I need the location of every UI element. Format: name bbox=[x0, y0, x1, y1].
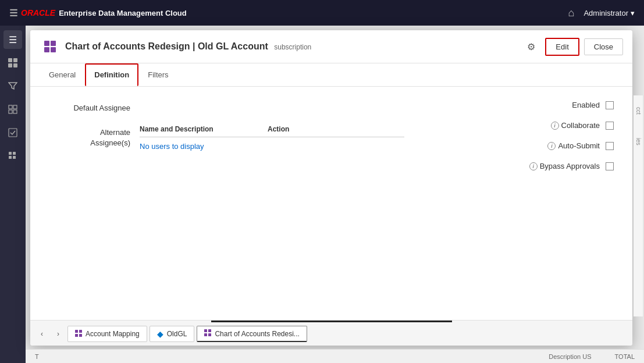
modal-dialog: Chart of Accounts Redesign | Old GL Acco… bbox=[30, 30, 632, 346]
grid-cell-3 bbox=[44, 47, 49, 52]
modal-header: Chart of Accounts Redesign | Old GL Acco… bbox=[30, 30, 632, 63]
description-us-label: Description US bbox=[549, 353, 591, 360]
bypass-approvals-checkbox[interactable] bbox=[606, 162, 614, 170]
top-nav: ☰ ORACLE Enterprise Data Management Clou… bbox=[0, 0, 644, 26]
svg-rect-5 bbox=[13, 105, 17, 109]
auto-submit-help-icon[interactable]: i bbox=[547, 142, 556, 150]
subscription-label: subscription bbox=[274, 43, 311, 51]
form-right: Enabled i Collaborate i bbox=[451, 101, 614, 306]
modal-header-icon bbox=[40, 38, 61, 55]
svg-rect-19 bbox=[204, 333, 207, 336]
account-mapping-label: Account Mapping bbox=[86, 330, 140, 338]
dropdown-icon: ▾ bbox=[631, 9, 635, 17]
bottom-tab-chart-redesign[interactable]: Chart of Accounts Redesi... bbox=[197, 326, 307, 342]
svg-rect-15 bbox=[75, 334, 78, 337]
modal-header-actions: ⚙ Edit Close bbox=[522, 37, 623, 56]
enabled-checkbox[interactable] bbox=[606, 101, 614, 109]
svg-rect-17 bbox=[204, 329, 207, 332]
tab-filters[interactable]: Filters bbox=[138, 63, 177, 86]
main-layout: ☰ bbox=[0, 26, 644, 363]
chart-redesign-icon bbox=[204, 329, 211, 338]
collaborate-checkbox[interactable] bbox=[606, 122, 614, 130]
home-icon[interactable]: ⌂ bbox=[568, 7, 575, 19]
account-mapping-icon bbox=[75, 330, 82, 339]
total-label: TOTAL bbox=[615, 353, 635, 360]
alternate-assignee-row: Alternate Assignee(s) Name and Descripti… bbox=[49, 125, 404, 151]
sidebar-item-dashboard[interactable] bbox=[3, 54, 22, 72]
no-users-message: No users to display bbox=[140, 142, 404, 151]
sidebar-item-menu[interactable]: ☰ bbox=[3, 30, 22, 49]
svg-rect-4 bbox=[9, 105, 12, 109]
close-button[interactable]: Close bbox=[584, 38, 623, 55]
right-partial-text-cct: cct bbox=[635, 107, 642, 115]
collaborate-label: i Collaborate bbox=[551, 121, 600, 130]
app-logo: ☰ ORACLE Enterprise Data Management Clou… bbox=[9, 8, 187, 19]
bottom-tab-account-mapping[interactable]: Account Mapping bbox=[67, 326, 147, 342]
svg-rect-12 bbox=[13, 156, 16, 159]
sidebar-item-grid[interactable] bbox=[3, 100, 22, 119]
name-description-col-header: Name and Description bbox=[140, 125, 244, 133]
next-tab-button[interactable]: › bbox=[51, 327, 65, 341]
settings-button[interactable]: ⚙ bbox=[522, 37, 540, 56]
action-col-header: Action bbox=[268, 125, 314, 133]
top-nav-right: ⌂ Administrator ▾ bbox=[568, 7, 635, 19]
prev-tab-button[interactable]: ‹ bbox=[35, 327, 49, 341]
enabled-label: Enabled bbox=[572, 101, 600, 109]
app-title: Enterprise Data Management Cloud bbox=[59, 9, 187, 17]
collaborate-row: i Collaborate bbox=[451, 121, 614, 130]
auto-submit-label-text: Auto-Submit bbox=[558, 141, 600, 150]
bypass-approvals-label: i Bypass Approvals bbox=[529, 162, 600, 170]
bypass-approvals-row: i Bypass Approvals bbox=[451, 162, 614, 170]
svg-rect-10 bbox=[13, 152, 16, 155]
svg-rect-8 bbox=[9, 129, 17, 137]
enabled-row: Enabled bbox=[451, 101, 614, 109]
svg-rect-11 bbox=[9, 156, 12, 159]
sidebar-item-filter[interactable] bbox=[3, 77, 22, 95]
collaborate-label-text: Collaborate bbox=[561, 121, 600, 130]
left-sidebar: ☰ bbox=[0, 26, 26, 363]
modal-title: Chart of Accounts Redesign | Old GL Acco… bbox=[65, 41, 522, 52]
svg-rect-7 bbox=[13, 110, 17, 113]
right-partial-panel: cct ies bbox=[634, 95, 643, 316]
user-menu[interactable]: Administrator ▾ bbox=[583, 9, 635, 17]
tab-general[interactable]: General bbox=[40, 63, 85, 86]
bypass-approvals-help-icon[interactable]: i bbox=[529, 162, 538, 170]
sidebar-item-apps[interactable] bbox=[3, 147, 22, 165]
modal-body: Default Assignee Alternate Assignee(s) N… bbox=[30, 87, 632, 320]
grid-cell-2 bbox=[51, 41, 56, 46]
bottom-tab-oldgl[interactable]: ◆ OldGL bbox=[150, 326, 195, 342]
svg-rect-18 bbox=[208, 329, 211, 332]
svg-rect-6 bbox=[9, 110, 12, 113]
bottom-tabs: ‹ › Account Mapping bbox=[30, 322, 632, 346]
svg-rect-9 bbox=[9, 152, 12, 155]
auto-submit-label: i Auto-Submit bbox=[547, 141, 600, 150]
status-bar: T Description US TOTAL bbox=[26, 349, 644, 363]
auto-submit-checkbox[interactable] bbox=[606, 142, 614, 150]
auto-submit-row: i Auto-Submit bbox=[451, 141, 614, 150]
svg-rect-13 bbox=[75, 330, 78, 333]
form-left: Default Assignee Alternate Assignee(s) N… bbox=[49, 101, 404, 306]
tab-definition[interactable]: Definition bbox=[85, 63, 138, 86]
svg-rect-2 bbox=[8, 63, 12, 67]
modal-tabs: General Definition Filters bbox=[30, 63, 632, 87]
content-area: Chart of Accounts Redesign | Old GL Acco… bbox=[26, 26, 644, 363]
oldgl-icon: ◆ bbox=[157, 329, 163, 339]
oracle-logo: ORACLE bbox=[21, 8, 55, 17]
subscription-icon bbox=[44, 41, 56, 52]
alternate-assignee-label: Alternate Assignee(s) bbox=[49, 125, 130, 148]
grid-cell-4 bbox=[51, 47, 56, 52]
gear-icon: ⚙ bbox=[527, 41, 535, 52]
svg-rect-0 bbox=[8, 58, 12, 62]
chart-redesign-label: Chart of Accounts Redesi... bbox=[215, 330, 299, 338]
default-assignee-row: Default Assignee bbox=[49, 101, 404, 113]
default-assignee-label: Default Assignee bbox=[49, 101, 130, 113]
edit-button[interactable]: Edit bbox=[545, 38, 579, 56]
svg-rect-14 bbox=[79, 330, 82, 333]
sidebar-item-checklist[interactable] bbox=[3, 123, 22, 142]
svg-rect-3 bbox=[13, 63, 17, 67]
oldgl-label: OldGL bbox=[167, 330, 187, 338]
grid-cell-1 bbox=[44, 41, 49, 46]
menu-icon[interactable]: ☰ bbox=[9, 8, 17, 19]
modal-title-text: Chart of Accounts Redesign | Old GL Acco… bbox=[65, 41, 268, 51]
collaborate-help-icon[interactable]: i bbox=[551, 122, 559, 130]
